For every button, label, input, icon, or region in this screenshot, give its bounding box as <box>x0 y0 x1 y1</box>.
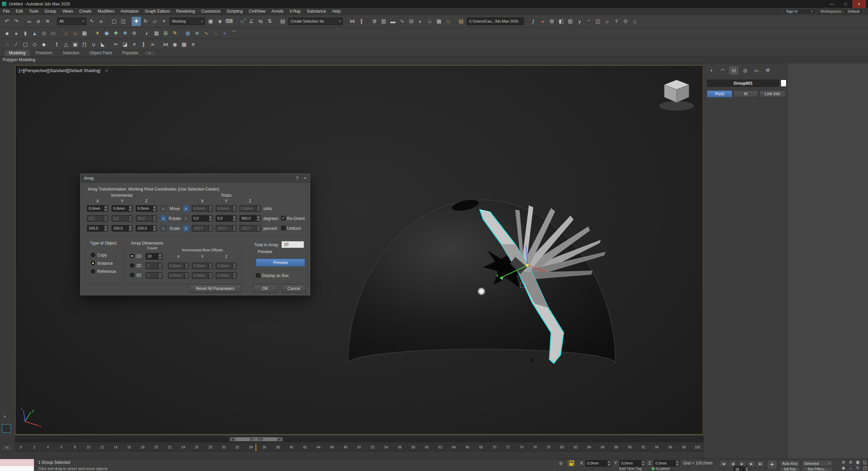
viewport-label-text[interactable]: [+][Perspective][Standard][Default Shadi… <box>19 68 100 73</box>
ok-button[interactable]: OK <box>253 285 277 293</box>
selection-filter-dropdown[interactable]: All▾ <box>57 17 86 25</box>
3d-offset-z-spinner[interactable]: 0,0mm <box>216 272 237 279</box>
inset-icon[interactable]: ▣ <box>71 40 80 49</box>
viewport-label[interactable]: [+][Perspective][Standard][Default Shadi… <box>19 68 108 73</box>
workspaces-selector[interactable]: Workspaces: Default <box>821 9 863 14</box>
select-and-rotate-icon[interactable]: ↻ <box>141 17 150 26</box>
spinner-down-button[interactable] <box>257 209 260 212</box>
viewport-layout-tab[interactable] <box>2 424 11 433</box>
instance-radio[interactable] <box>91 261 95 265</box>
select-by-name-icon[interactable]: ≡ <box>97 17 106 26</box>
scale-tot-x-spinner[interactable]: 100,0 <box>192 225 213 232</box>
ribbon-tab-object-paint[interactable]: Object Paint <box>86 50 116 56</box>
units-setup-icon[interactable]: ° <box>584 17 593 26</box>
field-of-view-icon[interactable]: ◉ <box>840 465 847 471</box>
array-dialog[interactable]: Array ? × Array Transformation: Working … <box>80 174 310 295</box>
spinner-up-button[interactable] <box>257 206 260 209</box>
bridge-icon[interactable]: ∏ <box>80 40 89 49</box>
reference-coordinate-system-dropdown[interactable]: Working▾ <box>170 17 205 25</box>
redo-icon[interactable]: ↷ <box>12 17 21 26</box>
slider-next-frame-button[interactable]: ▶ <box>277 437 283 441</box>
maxscript-mini-listener-pink[interactable] <box>0 459 34 466</box>
1d-radio[interactable] <box>130 254 134 258</box>
checker-map-icon[interactable]: ▩ <box>152 29 161 38</box>
vertex-mode-icon[interactable]: ∴ <box>2 40 12 49</box>
move-inc-x-spinner[interactable]: 0,0mm <box>87 205 108 212</box>
close-button[interactable]: × <box>852 0 866 8</box>
spinner-up-button[interactable] <box>158 253 162 257</box>
scene-script-icon[interactable]: ƒ <box>529 17 538 26</box>
rotate-tot-z-spinner[interactable]: 360,0 <box>240 215 261 222</box>
spinner-up-button[interactable] <box>129 206 132 209</box>
move-left-arrow-button[interactable]: < <box>160 205 167 212</box>
scale-right-arrow-button[interactable]: > <box>183 225 189 232</box>
keyboard-shortcut-override-icon[interactable]: ⌨ <box>225 17 234 26</box>
menu-views[interactable]: Views <box>59 8 76 15</box>
spinner-down-button[interactable] <box>129 219 132 222</box>
maxscript-mini-listener-white[interactable] <box>0 466 34 471</box>
time-slider-handle[interactable]: ◀ 35 / 100 ▶ <box>229 437 283 442</box>
menu-tools[interactable]: Tools <box>26 8 42 15</box>
spinner-up-button[interactable] <box>209 263 213 266</box>
menu-civilview[interactable]: CivilView <box>246 8 268 15</box>
ribbon-tab-populate[interactable]: Populate <box>118 50 142 56</box>
quickslice-icon[interactable]: ≠ <box>130 40 139 49</box>
menu-scripting[interactable]: Scripting <box>223 8 246 15</box>
spinner-down-button[interactable] <box>209 228 213 232</box>
gear-icon[interactable]: ⊛ <box>130 29 139 38</box>
maximize-button[interactable]: □ <box>839 0 852 8</box>
render-setup-icon[interactable]: ♨ <box>425 17 434 26</box>
macro-recorder-icon[interactable]: ● <box>538 17 547 26</box>
move-right-arrow-button[interactable]: > <box>183 205 189 212</box>
ribbon-display-options-dropdown[interactable]: ▾ <box>145 51 155 56</box>
edge-mode-icon[interactable]: ∕ <box>12 40 21 49</box>
color-clipboard-icon[interactable]: ◧ <box>556 17 566 26</box>
y-coordinate-field[interactable]: 0,0mm <box>620 460 646 467</box>
select-object-icon[interactable]: ↖ <box>87 17 97 26</box>
box-primitive-icon[interactable]: ■ <box>2 29 12 38</box>
named-selection-sets-dropdown[interactable]: Create Selection Se▾ <box>288 17 343 25</box>
menu-group[interactable]: Group <box>42 8 59 15</box>
workspace-switch-icon[interactable]: ⌂ <box>630 17 639 26</box>
spinner-down-button[interactable] <box>233 219 236 222</box>
2d-offset-x-spinner[interactable]: 0,0mm <box>168 263 189 269</box>
spinner-up-button[interactable] <box>185 273 189 276</box>
current-frame-marker[interactable] <box>255 444 257 451</box>
physics-icon[interactable]: ◍ <box>183 29 192 38</box>
cone-primitive-icon[interactable]: ▲ <box>30 29 39 38</box>
spinner-down-button[interactable] <box>185 266 189 269</box>
menu-arnold[interactable]: Arnold <box>269 8 287 15</box>
uniform-checkbox[interactable] <box>281 226 286 230</box>
move-tot-y-spinner[interactable]: 0,0mm <box>216 205 237 212</box>
spinner-down-button[interactable] <box>129 209 132 212</box>
scale-inc-y-spinner[interactable]: 100,0 <box>112 225 133 232</box>
current-frame-field[interactable]: 35 <box>734 466 749 471</box>
toggle-layer-explorer-icon[interactable]: ▥ <box>379 17 388 26</box>
display-tab-icon[interactable]: ▭ <box>752 66 761 74</box>
toggle-scene-explorer-icon[interactable]: ≣ <box>370 17 379 26</box>
spinner-down-button[interactable] <box>745 469 749 471</box>
spinner-up-button[interactable] <box>104 216 108 219</box>
viewport-config-icon[interactable]: ◫ <box>593 17 603 26</box>
sphere-primitive-icon[interactable]: ● <box>12 29 21 38</box>
menu-v-ray[interactable]: V-Ray <box>286 8 304 15</box>
gamma-settings-icon[interactable]: γ <box>575 17 584 26</box>
2d-radio[interactable] <box>130 263 134 268</box>
per-view-filter-icon[interactable]: ▽ <box>105 69 108 73</box>
particles-icon[interactable]: ∴ <box>211 29 220 38</box>
cylinder-primitive-icon[interactable]: ▮ <box>21 29 30 38</box>
schematic-view-icon[interactable]: ⊟ <box>407 17 416 26</box>
edit-named-selection-sets-icon[interactable]: ▤ <box>278 17 287 26</box>
set-key-mode-dropdown[interactable]: Selected▾ <box>802 460 833 467</box>
ribbon-tab-modeling[interactable]: Modeling <box>5 50 30 56</box>
modify-tab-icon[interactable]: ◠ <box>718 66 727 74</box>
maximize-viewport-toggle-icon[interactable]: ◳ <box>862 465 868 471</box>
use-pivot-point-center-icon[interactable]: ▣ <box>206 17 215 26</box>
help-icon[interactable]: ? <box>612 17 621 26</box>
track-bar[interactable]: 0246810121416182022242628303234363840424… <box>15 443 703 452</box>
cloth-icon[interactable]: ≋ <box>192 29 202 38</box>
paint-icon[interactable]: ✎ <box>170 29 179 38</box>
torus-primitive-icon[interactable]: ◎ <box>39 29 48 38</box>
object-name-field[interactable]: Group001 <box>707 80 779 87</box>
motion-tab-icon[interactable]: ◎ <box>741 66 750 74</box>
